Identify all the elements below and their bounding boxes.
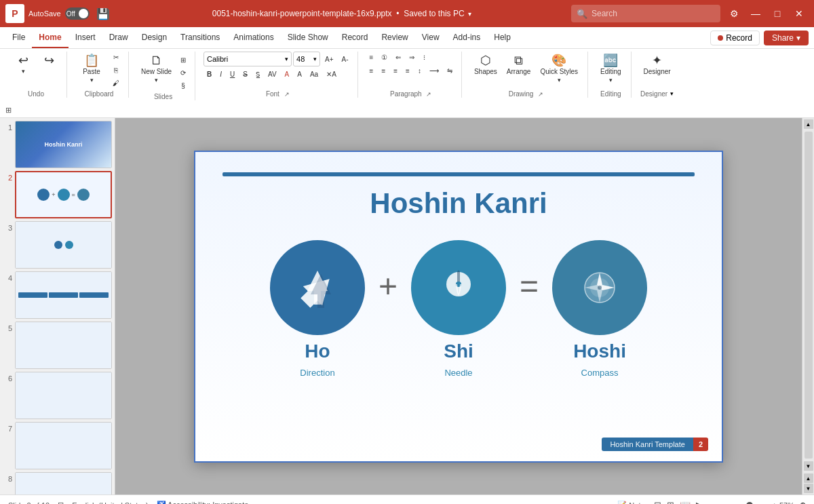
tab-draw[interactable]: Draw — [102, 27, 135, 48]
shapes-button[interactable]: ⬡ Shapes — [470, 52, 501, 78]
align-center-button[interactable]: ≡ — [378, 65, 389, 77]
maximize-button[interactable]: □ — [768, 4, 787, 23]
arrange-button[interactable]: ⧉ Arrange — [503, 52, 535, 78]
record-button[interactable]: Record — [710, 31, 760, 45]
tab-view[interactable]: View — [415, 27, 446, 48]
slide-thumb-7[interactable] — [15, 422, 112, 469]
slide-thumb-2[interactable]: + = — [15, 171, 112, 218]
paste-button[interactable]: 📋 Paste ▾ — [75, 52, 108, 86]
strikethrough-button[interactable]: S — [239, 69, 251, 80]
tab-design[interactable]: Design — [135, 27, 174, 48]
font-highlight-button[interactable]: A — [294, 69, 305, 80]
tab-slideshow[interactable]: Slide Show — [281, 27, 335, 48]
tab-review[interactable]: Review — [374, 27, 414, 48]
font-size-box[interactable]: 48 ▾ — [293, 52, 320, 66]
reading-view-button[interactable]: 📖 — [680, 500, 691, 504]
increase-indent-button[interactable]: ⇒ — [406, 52, 418, 63]
undo-button[interactable]: ↩ ▾ — [11, 52, 35, 77]
text-direction-button[interactable]: ⟶ — [426, 65, 442, 77]
designer-button[interactable]: ✦ Designer — [640, 52, 675, 78]
slide-thumb-6[interactable] — [15, 372, 112, 419]
list-item[interactable]: 1 Hoshin Kanri — [3, 121, 112, 168]
filter-icon[interactable]: ⊞ — [5, 106, 12, 115]
list-item[interactable]: 8 — [3, 472, 112, 495]
char-spacing-button[interactable]: AV — [265, 69, 280, 80]
scroll-down-button[interactable]: ▼ — [804, 461, 813, 471]
notes-button[interactable]: 📝 Notes — [617, 501, 648, 504]
tab-insert[interactable]: Insert — [69, 27, 102, 48]
slide-sorter-button[interactable]: ⊞ — [667, 500, 674, 504]
scroll-up-button[interactable]: ▲ — [804, 119, 813, 129]
close-button[interactable]: ✕ — [790, 4, 809, 23]
tab-help[interactable]: Help — [487, 27, 518, 48]
slide-thumb-4[interactable] — [15, 271, 112, 319]
paragraph-expand-icon[interactable]: ↗ — [426, 91, 431, 98]
slide-view-button[interactable]: ⊡ — [58, 501, 64, 504]
slide-thumb-8[interactable] — [15, 472, 112, 495]
slide-thumb-5[interactable] — [15, 322, 112, 369]
redo-button[interactable]: ↪ — [37, 52, 61, 69]
list-item[interactable]: 7 — [3, 422, 112, 469]
list-item[interactable]: 2 + = — [3, 171, 112, 218]
dropdown-chevron-icon[interactable]: ▾ — [468, 10, 471, 18]
align-left-button[interactable]: ≡ — [366, 65, 377, 77]
tab-transitions[interactable]: Transitions — [174, 27, 227, 48]
bold-button[interactable]: B — [204, 69, 215, 80]
drawing-expand-icon[interactable]: ↗ — [538, 91, 543, 98]
save-icon[interactable]: 💾 — [96, 7, 110, 20]
zoom-out-button-2[interactable]: − — [708, 501, 712, 505]
zoom-out-button[interactable]: ▲ — [804, 473, 813, 483]
zoom-in-button[interactable]: ▼ — [804, 484, 813, 493]
bullet-list-button[interactable]: ≡ — [366, 52, 377, 63]
quick-styles-button[interactable]: 🎨 Quick Styles ▾ — [536, 52, 582, 86]
normal-view-button[interactable]: ⊡ — [654, 500, 661, 504]
slide-canvas[interactable]: Hoshin Kanri Ho Direction + — [194, 151, 723, 463]
designer-expand-icon[interactable]: ▾ — [670, 90, 674, 97]
tab-record[interactable]: Record — [335, 27, 375, 48]
editing-button[interactable]: 🔤 Editing ▾ — [596, 52, 625, 86]
slide-thumb-1[interactable]: Hoshin Kanri — [15, 121, 112, 168]
justify-button[interactable]: ≡ — [402, 65, 413, 77]
copy-button[interactable]: ⎘ — [109, 64, 123, 76]
zoom-in-button-2[interactable]: + — [773, 501, 777, 505]
settings-icon[interactable]: ⚙ — [724, 4, 743, 23]
shadow-button[interactable]: S̲ — [252, 69, 263, 80]
new-slide-button[interactable]: 🗋 New Slide ▾ — [137, 52, 176, 86]
font-color-button[interactable]: A — [282, 69, 293, 80]
tab-animations[interactable]: Animations — [227, 27, 280, 48]
minimize-button[interactable]: — — [746, 4, 765, 23]
underline-button[interactable]: U — [227, 69, 238, 80]
slide-thumb-3[interactable] — [15, 221, 112, 269]
cut-button[interactable]: ✂ — [109, 52, 123, 63]
share-button[interactable]: Share ▾ — [764, 31, 809, 45]
list-item[interactable]: 4 — [3, 271, 112, 319]
italic-button[interactable]: I — [216, 69, 225, 80]
numbered-list-button[interactable]: ① — [378, 52, 391, 63]
list-item[interactable]: 6 — [3, 372, 112, 419]
search-input[interactable] — [592, 9, 715, 18]
reset-button[interactable]: ⟳ — [177, 67, 189, 79]
line-spacing-button[interactable]: ↕ — [414, 65, 425, 77]
clear-format-button[interactable]: ✕A — [323, 69, 340, 80]
tab-home[interactable]: Home — [32, 27, 68, 48]
list-item[interactable]: 3 — [3, 221, 112, 269]
fit-slide-button[interactable]: ⊕ — [800, 501, 806, 504]
tab-addins[interactable]: Add-ins — [446, 27, 488, 48]
increase-font-button[interactable]: A+ — [322, 54, 337, 65]
autosave-toggle[interactable]: Off — [65, 7, 90, 20]
decrease-font-button[interactable]: A- — [338, 54, 352, 65]
change-case-button[interactable]: Aa — [307, 69, 322, 80]
format-painter-button[interactable]: 🖌 — [109, 77, 123, 89]
section-button[interactable]: § — [177, 80, 189, 92]
list-item[interactable]: 5 — [3, 322, 112, 369]
font-name-box[interactable]: Calibri ▾ — [204, 52, 292, 66]
columns-button[interactable]: ⫶ — [419, 52, 429, 63]
font-expand-icon[interactable]: ↗ — [284, 91, 290, 98]
convert-smartart-button[interactable]: ⇋ — [444, 65, 456, 77]
tab-file[interactable]: File — [5, 27, 32, 48]
align-right-button[interactable]: ≡ — [390, 65, 401, 77]
decrease-indent-button[interactable]: ⇐ — [392, 52, 404, 63]
layout-button[interactable]: ⊞ — [177, 54, 189, 66]
slideshow-button[interactable]: ▶ — [696, 500, 703, 504]
search-box[interactable]: 🔍 — [571, 5, 720, 22]
